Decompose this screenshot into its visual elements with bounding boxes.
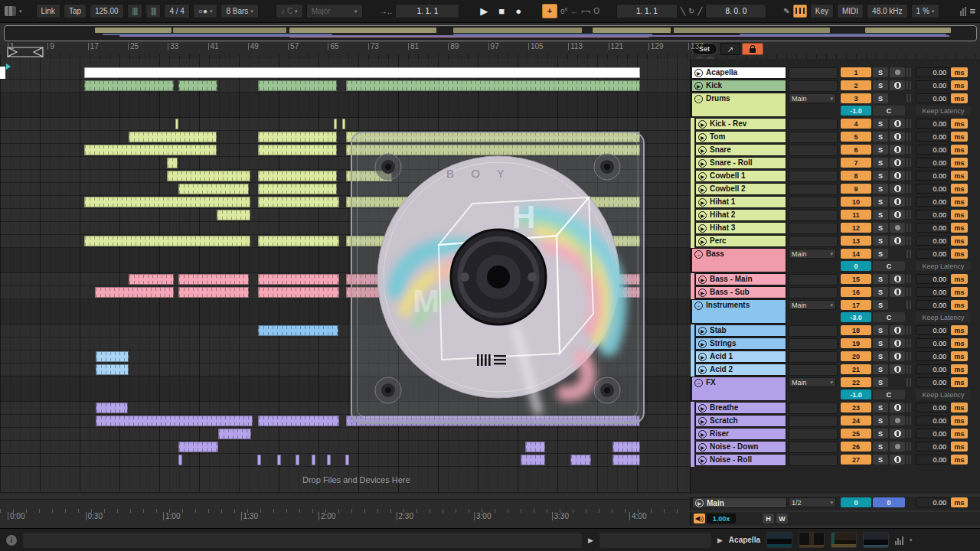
solo-button[interactable]: S	[873, 93, 888, 103]
io-chooser[interactable]	[789, 184, 838, 195]
clip-noise-roll[interactable]	[277, 455, 281, 465]
solo-button[interactable]: S	[873, 351, 888, 361]
track-name-cell[interactable]: ▶Acid 2	[695, 364, 786, 376]
arm-button[interactable]	[890, 158, 905, 168]
track-name-cell[interactable]: ▶Hihat 1	[695, 196, 786, 208]
clip-noise-roll[interactable]	[257, 455, 261, 465]
arm-button[interactable]	[890, 184, 905, 194]
time-ruler[interactable]: 0:000:301:001:302:002:303:003:304:00	[0, 499, 690, 529]
arm-button[interactable]	[890, 429, 905, 439]
arm-button[interactable]	[890, 67, 905, 77]
clip-kick[interactable]	[346, 80, 640, 91]
track-number-chip[interactable]: 26	[841, 442, 871, 452]
track-name-cell[interactable]: ▶Breathe	[695, 402, 786, 414]
solo-button[interactable]: S	[873, 338, 888, 348]
scale-menu[interactable]: Major▾	[306, 4, 363, 18]
clip-bass-main[interactable]	[129, 274, 174, 285]
arm-button[interactable]	[890, 325, 905, 335]
track-play-icon[interactable]: ▶	[698, 340, 707, 348]
clip-scratch[interactable]	[258, 416, 339, 426]
solo-button[interactable]: S	[873, 249, 888, 259]
track-name-cell[interactable]: ▶Bass - Main	[695, 273, 786, 285]
device-thumbnail[interactable]	[766, 532, 792, 548]
track-delay-field[interactable]: 0.00	[916, 145, 949, 155]
track-delay-unit[interactable]: ms	[951, 455, 968, 465]
arm-button[interactable]	[890, 403, 905, 412]
track-header-perc[interactable]: ▶Perc13S0.00ms	[691, 235, 980, 248]
track-number-chip[interactable]: 14	[841, 249, 871, 259]
arm-button[interactable]	[890, 351, 905, 361]
track-number-chip[interactable]: 25	[841, 429, 871, 439]
play-button[interactable]: ▶	[476, 5, 492, 17]
io-chooser[interactable]	[789, 364, 838, 376]
clip-breathe[interactable]	[96, 403, 128, 413]
track-name-cell[interactable]: ▶Bass - Sub	[695, 286, 786, 298]
key-note-menu[interactable]: ♪C▾	[276, 4, 303, 18]
clip-noise-down[interactable]	[178, 442, 218, 452]
track-header-cowbell-1[interactable]: ▶Cowbell 18S0.00ms	[691, 170, 980, 183]
track-name-cell[interactable]: ▶Strings	[695, 337, 786, 350]
clip-bass-main[interactable]	[178, 274, 249, 285]
device-thumbnail[interactable]	[799, 532, 825, 548]
track-play-icon[interactable]: ▶	[698, 456, 707, 465]
track-delay-unit[interactable]: ms	[951, 67, 968, 77]
device-thumbnail[interactable]	[831, 532, 857, 548]
solo-button[interactable]: S	[873, 67, 888, 77]
track-delay-field[interactable]: 0.00	[916, 442, 949, 452]
track-play-icon[interactable]: ▶	[698, 211, 707, 220]
track-header-scratch[interactable]: ▶Scratch24S0.00ms	[691, 415, 980, 428]
track-name-cell[interactable]: ▶Acid 1	[695, 350, 786, 363]
clip-hihat-1[interactable]	[84, 197, 250, 207]
track-delay-field[interactable]: 0.00	[916, 184, 949, 194]
track-name-cell[interactable]: ▶Cowbell 1	[695, 170, 786, 182]
track-delay-unit[interactable]: ms	[951, 274, 968, 284]
clip-hihat-2[interactable]	[217, 210, 250, 220]
solo-button[interactable]: S	[873, 236, 888, 246]
preview-play-icon[interactable]: ▶	[588, 536, 593, 544]
device-thumbnail[interactable]	[863, 532, 889, 548]
track-delay-unit[interactable]: ms	[951, 300, 968, 310]
track-number-chip[interactable]: 4	[841, 119, 871, 129]
crossfade-button[interactable]: C	[873, 106, 905, 116]
clip-kick[interactable]	[178, 80, 217, 91]
track-name-cell[interactable]: ▶Hihat 2	[695, 209, 786, 221]
track-header-acid-1[interactable]: ▶Acid 120S0.00ms	[691, 350, 980, 364]
track-name-cell[interactable]: ▶Noise - Down	[695, 441, 786, 453]
track-delay-unit[interactable]: ms	[951, 325, 968, 335]
punch-out-icon[interactable]: ╱	[697, 7, 702, 15]
arm-button[interactable]	[890, 442, 905, 452]
track-number-chip[interactable]: 3	[841, 93, 871, 103]
io-chooser[interactable]	[789, 442, 838, 453]
track-delay-field[interactable]: 0.00	[916, 351, 949, 361]
nudge-down-button[interactable]: ||||	[127, 4, 142, 18]
track-delay-field[interactable]: 0.00	[916, 300, 949, 310]
track-delay-field[interactable]: 0.00	[916, 80, 949, 90]
track-play-icon[interactable]: ▶	[698, 237, 707, 246]
track-name-cell[interactable]: ▶Cowbell 2	[695, 183, 786, 195]
add-locator-button[interactable]: +	[542, 4, 557, 18]
track-number-chip[interactable]: 16	[841, 287, 871, 297]
clip-noise-roll[interactable]	[570, 455, 591, 465]
track-number-chip[interactable]: 13	[841, 236, 871, 246]
solo-button[interactable]: S	[873, 145, 888, 155]
link-button[interactable]: Link	[36, 4, 60, 18]
arm-button[interactable]	[890, 274, 905, 284]
track-number-chip[interactable]: 21	[841, 364, 871, 374]
io-chooser[interactable]	[789, 145, 838, 156]
playback-speed-chip[interactable]: 1.00x	[707, 514, 736, 523]
solo-button[interactable]: S	[873, 325, 888, 335]
clip-noise-down[interactable]	[612, 442, 640, 452]
clip-cowbell-2[interactable]	[258, 184, 337, 194]
io-chooser[interactable]	[789, 119, 838, 130]
io-chooser[interactable]	[789, 325, 838, 337]
track-header-strings[interactable]: ▶Strings19S0.00ms	[691, 337, 980, 350]
main-delay-unit[interactable]: ms	[951, 497, 968, 507]
track-delay-unit[interactable]: ms	[951, 197, 968, 207]
clip-noise-roll[interactable]	[521, 455, 545, 465]
speaker-icon[interactable]: ◀))	[694, 514, 705, 523]
beat-time-ruler[interactable]: Set ↗ ← → 191725334149576573818997105113…	[0, 41, 980, 60]
punch-in-icon[interactable]: ╲	[681, 7, 685, 15]
track-name-cell[interactable]: ▶Acapella	[691, 67, 786, 79]
io-chooser[interactable]	[789, 403, 838, 414]
io-chooser[interactable]	[789, 80, 838, 92]
